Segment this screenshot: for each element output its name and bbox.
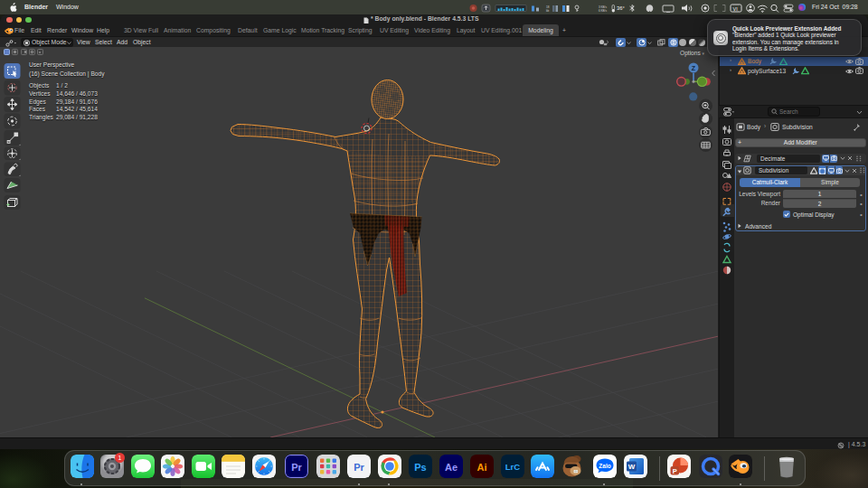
svg-text:kb: kb [546,8,550,12]
svg-text:P: P [673,467,677,475]
svg-text:Pr: Pr [291,462,302,473]
svg-text:Z: Z [692,65,696,71]
svg-text:Ai: Ai [476,462,486,473]
svg-text:W: W [627,463,635,471]
svg-text:36°: 36° [617,5,625,11]
svg-text:VI: VI [733,5,739,11]
svg-text:Ae: Ae [444,462,457,473]
svg-text:6 KB/s: 6 KB/s [599,8,608,12]
svg-text:Ps: Ps [414,462,426,473]
svg-text:LrC: LrC [505,462,520,472]
svg-text:1: 1 [118,455,122,461]
svg-text:Pr: Pr [354,462,364,473]
svg-text:Zalo: Zalo [599,463,610,469]
